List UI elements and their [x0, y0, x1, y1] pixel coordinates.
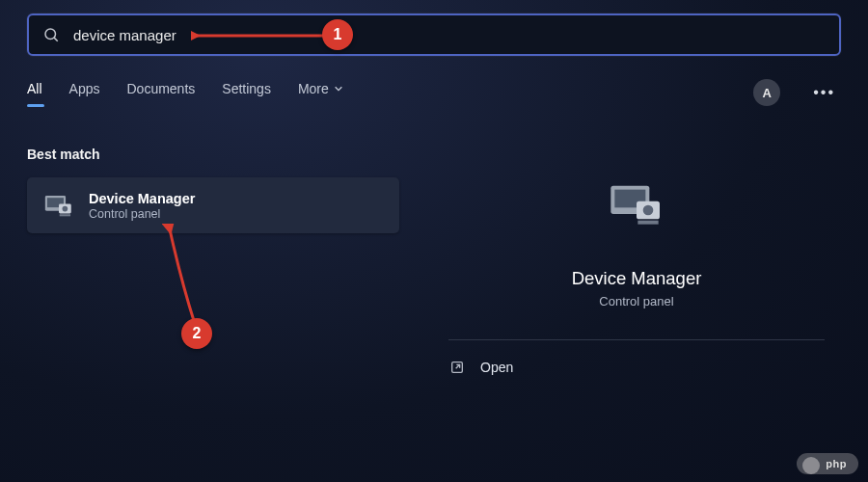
annotation-arrow-2 — [162, 224, 210, 330]
tab-label: More — [298, 81, 329, 96]
detail-subtitle: Control panel — [599, 294, 673, 308]
svg-rect-6 — [60, 214, 70, 216]
search-bar[interactable] — [27, 13, 841, 56]
result-device-manager[interactable]: Device Manager Control panel — [27, 177, 399, 233]
overflow-menu-button[interactable]: ••• — [807, 80, 841, 105]
chevron-down-icon — [334, 81, 343, 96]
detail-pane: Device Manager Control panel Open — [432, 147, 841, 482]
tab-label: Settings — [222, 81, 271, 96]
avatar-initial: A — [762, 86, 771, 100]
open-icon — [449, 360, 465, 375]
action-label: Open — [480, 360, 513, 375]
tab-more[interactable]: More — [298, 81, 343, 104]
result-title: Device Manager — [89, 191, 195, 206]
device-manager-icon — [606, 175, 667, 241]
tab-label: Documents — [126, 81, 195, 96]
section-label-best-match: Best match — [27, 147, 399, 162]
action-open[interactable]: Open — [432, 340, 841, 375]
tab-label: Apps — [69, 81, 100, 96]
watermark: php — [797, 453, 858, 474]
svg-point-5 — [63, 206, 68, 212]
tab-all[interactable]: All — [27, 81, 42, 104]
svg-line-1 — [54, 38, 58, 41]
device-manager-icon — [42, 189, 75, 222]
search-input[interactable] — [73, 27, 826, 43]
svg-point-10 — [643, 205, 654, 216]
search-icon — [42, 26, 60, 43]
tab-label: All — [27, 81, 42, 96]
filter-tabs: All Apps Documents Settings More A ••• — [27, 79, 841, 106]
tab-apps[interactable]: Apps — [69, 81, 100, 104]
svg-rect-11 — [637, 221, 658, 225]
detail-title: Device Manager — [572, 268, 702, 289]
svg-point-0 — [45, 29, 56, 40]
active-tab-underline — [27, 104, 44, 107]
annotation-badge-2: 2 — [181, 318, 212, 349]
tab-documents[interactable]: Documents — [126, 81, 195, 104]
results-column: Best match Device Manager Control panel — [27, 147, 399, 233]
tab-settings[interactable]: Settings — [222, 81, 271, 104]
result-subtitle: Control panel — [89, 207, 195, 221]
user-avatar[interactable]: A — [753, 79, 780, 106]
